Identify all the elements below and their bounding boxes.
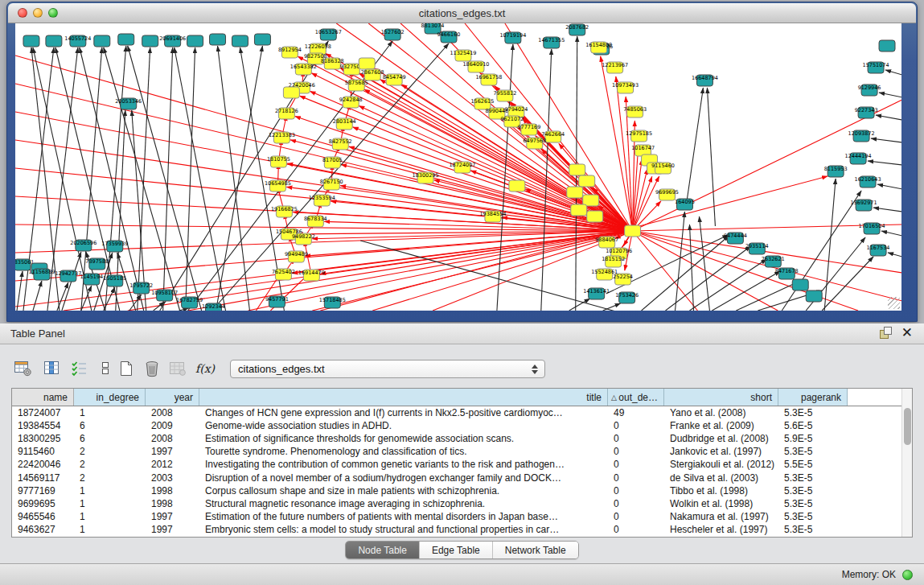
graph-node[interactable]: 9884067 <box>595 237 618 248</box>
column-header-pagerank[interactable]: pagerank <box>778 389 848 406</box>
graph-node[interactable] <box>571 204 587 216</box>
graph-node[interactable]: 16961758 <box>475 74 502 85</box>
new-table-button[interactable] <box>114 357 138 380</box>
graph-node[interactable]: 7632621 <box>762 256 785 267</box>
graph-node[interactable]: 6497568 <box>523 138 546 149</box>
graph-node[interactable]: 252254 <box>613 274 633 285</box>
graph-node[interactable]: 17359939 <box>101 241 128 252</box>
graph-node[interactable]: 18640910 <box>462 61 489 72</box>
table-row[interactable]: 1830029562008Estimation of significance … <box>12 432 912 445</box>
graph-node[interactable]: 15751074 <box>863 62 889 73</box>
table-row[interactable]: 977716911998Corpus callosum shape and si… <box>12 484 912 497</box>
table-row[interactable]: 946554611997Estimation of the future num… <box>12 510 912 523</box>
column-header-in_degree[interactable]: in_degree <box>74 389 146 406</box>
graph-node[interactable]: 9457791 <box>265 296 289 307</box>
graph-node[interactable]: 5875685 <box>345 80 368 91</box>
graph-node[interactable]: 16543382 <box>290 64 317 75</box>
graph-node[interactable] <box>23 35 39 47</box>
graph-node[interactable]: 12942737 <box>55 270 81 282</box>
graph-node[interactable]: 10973493 <box>612 82 639 93</box>
table-source-select[interactable]: citations_edges.txt <box>230 360 545 378</box>
graph-node[interactable]: 1753426 <box>615 292 639 303</box>
graph-node[interactable]: 11325419 <box>450 50 476 61</box>
minimize-window-button[interactable] <box>33 8 43 18</box>
graph-node[interactable] <box>254 34 270 45</box>
graph-node[interactable]: 16648794 <box>692 75 718 86</box>
graph-node[interactable]: 10958107 <box>151 290 178 301</box>
network-canvas[interactable]: 1405572420691406106532671527602881307494… <box>15 23 901 311</box>
tab-network-table[interactable]: Network Table <box>492 542 578 558</box>
table-row[interactable]: 969969511998Structural magnetic resonanc… <box>12 497 912 510</box>
graph-node[interactable] <box>509 180 525 192</box>
graph-node[interactable] <box>879 40 895 51</box>
graph-node[interactable]: 9227343 <box>855 107 878 118</box>
graph-node[interactable]: 14055724 <box>64 35 91 47</box>
table-row[interactable]: 946362711997Embryonic stem cells: a mode… <box>12 523 912 536</box>
graph-node[interactable]: 12353594 <box>309 195 335 206</box>
table-row[interactable]: 1456911722003Disruption of a novel membe… <box>12 471 912 484</box>
graph-node[interactable]: 817005 <box>322 157 343 168</box>
graph-node[interactable]: 9777169 <box>517 124 540 135</box>
graph-node[interactable] <box>283 87 299 98</box>
graph-node[interactable]: 8454749 <box>383 74 406 85</box>
graph-node[interactable]: 164095 <box>675 199 695 210</box>
zoom-window-button[interactable] <box>48 8 58 18</box>
graph-node[interactable]: 9129946 <box>858 84 881 96</box>
graph-node[interactable]: 12444194 <box>845 153 872 164</box>
table-scrollbar-thumb[interactable] <box>904 408 911 445</box>
graph-node[interactable]: 1795722 <box>129 282 153 294</box>
table-row[interactable]: 2242004622012Investigating the contribut… <box>12 458 912 471</box>
column-header-name[interactable]: name <box>12 389 74 406</box>
graph-node[interactable]: 1167534 <box>867 245 890 256</box>
graph-node[interactable] <box>46 35 62 47</box>
graph-node[interactable]: 8471678 <box>775 268 799 279</box>
graph-node[interactable] <box>567 187 583 198</box>
graph-node[interactable]: 16210643 <box>855 176 881 187</box>
graph-node[interactable]: 20691406 <box>159 35 186 47</box>
graph-node[interactable]: 14671355 <box>538 37 565 48</box>
graph-node[interactable]: 15692971 <box>851 200 877 211</box>
graph-node[interactable]: 12093872 <box>848 130 875 142</box>
merge-table-button[interactable] <box>166 357 190 380</box>
graph-node[interactable] <box>94 35 110 47</box>
graph-node[interactable] <box>625 225 641 237</box>
graph-node[interactable] <box>187 35 203 47</box>
import-table-button[interactable] <box>68 357 92 380</box>
graph-node[interactable]: 14136141 <box>583 288 610 299</box>
graph-node[interactable]: 2718126 <box>275 108 298 119</box>
graph-node[interactable]: 2803144 <box>333 118 356 130</box>
close-window-button[interactable] <box>18 8 27 18</box>
tab-node-table[interactable]: Node Table <box>346 542 419 558</box>
graph-node[interactable] <box>359 58 375 69</box>
graph-node[interactable]: 8267150 <box>320 179 343 190</box>
graph-node[interactable]: 12213967 <box>602 62 628 73</box>
graph-node[interactable]: 1505185 <box>103 275 126 286</box>
graph-node[interactable]: 1815152 <box>602 256 625 267</box>
table-row[interactable]: 911546021997Tourette syndrome. Phenomeno… <box>12 445 912 458</box>
column-header-year[interactable]: year <box>146 389 199 406</box>
graph-node[interactable] <box>792 279 808 290</box>
graph-node[interactable]: 10653267 <box>315 29 342 40</box>
table-row[interactable]: 1938455462009Genome-wide association stu… <box>12 419 912 432</box>
graph-node[interactable] <box>118 34 134 45</box>
window-resize-grip[interactable] <box>888 297 900 309</box>
graph-node[interactable] <box>232 35 248 47</box>
graph-node[interactable]: 9474444 <box>724 233 747 244</box>
graph-node[interactable]: 20053346 <box>115 98 142 109</box>
graph-node[interactable] <box>569 164 585 175</box>
graph-node[interactable] <box>210 34 226 45</box>
graph-node[interactable]: 9466160 <box>437 31 461 43</box>
network-graph[interactable]: 1405572420691406106532671527602881307494… <box>15 23 901 311</box>
graph-node[interactable]: 8912954 <box>278 47 302 58</box>
table-scrollbar[interactable] <box>901 389 912 537</box>
graph-node[interactable] <box>579 175 595 187</box>
graph-node[interactable]: 1527602 <box>381 29 405 40</box>
graph-node[interactable]: 20206596 <box>70 240 97 251</box>
delete-table-button[interactable] <box>140 357 164 380</box>
graph-node[interactable]: 9699695 <box>655 189 679 200</box>
column-header-title[interactable]: title <box>199 389 608 406</box>
graph-node[interactable]: 12975185 <box>626 130 652 142</box>
graph-node[interactable]: 10719194 <box>499 32 526 43</box>
window-titlebar[interactable]: citations_edges.txt <box>8 3 916 23</box>
graph-node[interactable]: 7397588 <box>85 258 109 270</box>
